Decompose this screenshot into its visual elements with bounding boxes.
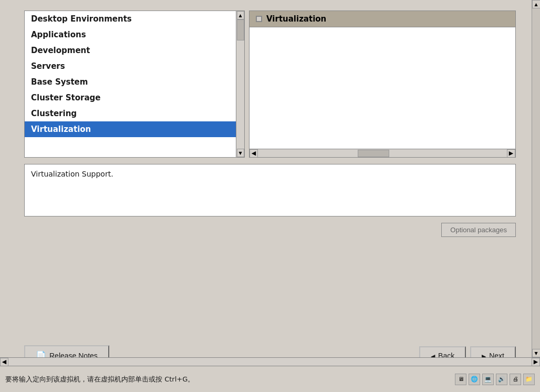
list-item-base-system[interactable]: Base System xyxy=(25,74,244,90)
list-item-clustering[interactable]: Clustering xyxy=(25,106,244,121)
left-scroll-up[interactable] xyxy=(237,11,244,19)
description-box: Virtualization Support. xyxy=(24,164,516,216)
right-panel-hscrollbar[interactable] xyxy=(250,149,515,157)
status-icon-1: 🖥 xyxy=(455,374,466,385)
left-scroll-down[interactable] xyxy=(237,149,244,157)
left-scroll-thumb[interactable] xyxy=(237,19,244,40)
left-panel-scrollbar[interactable] xyxy=(236,11,244,157)
optional-packages-row: Optional packages xyxy=(24,223,516,237)
window-chrome: Desktop Environments Applications Develo… xyxy=(0,0,540,392)
bottom-hscroll-right[interactable] xyxy=(532,358,540,366)
status-icon-2: 🌐 xyxy=(469,374,480,385)
right-hscroll-thumb[interactable] xyxy=(358,150,389,157)
list-item-desktop-environments[interactable]: Desktop Environments xyxy=(25,11,244,27)
right-panel: Virtualization xyxy=(249,11,516,158)
main-content: Desktop Environments Applications Develo… xyxy=(8,0,532,392)
right-panel-title: Virtualization xyxy=(266,14,326,24)
bottom-hscroll-left[interactable] xyxy=(0,358,8,366)
status-icons: 🖥 🌐 💻 🔊 🖨 📁 xyxy=(455,374,535,385)
list-item-development[interactable]: Development xyxy=(25,43,244,58)
list-item-cluster-storage[interactable]: Cluster Storage xyxy=(25,90,244,106)
status-icon-5: 🖨 xyxy=(510,374,521,385)
right-hscroll-left[interactable] xyxy=(250,149,258,158)
list-item-applications[interactable]: Applications xyxy=(25,27,244,43)
status-bar: 要将输入定向到该虚拟机，请在虚拟机内部单击或按 Ctrl+G。 🖥 🌐 💻 🔊 … xyxy=(0,366,540,392)
bottom-hscrollbar[interactable] xyxy=(0,357,540,366)
optional-packages-button[interactable]: Optional packages xyxy=(441,223,516,237)
virtualization-checkbox[interactable] xyxy=(256,16,262,22)
description-text: Virtualization Support. xyxy=(31,170,113,178)
left-panel: Desktop Environments Applications Develo… xyxy=(24,11,245,158)
right-panel-content xyxy=(250,27,515,149)
status-text: 要将输入定向到该虚拟机，请在虚拟机内部单击或按 Ctrl+G。 xyxy=(5,375,194,384)
window-scrollbar-right[interactable] xyxy=(532,0,540,357)
right-hscroll-right[interactable] xyxy=(507,149,515,158)
left-scroll-track[interactable] xyxy=(237,19,244,149)
bottom-hscroll-track[interactable] xyxy=(8,358,532,366)
panels-container: Desktop Environments Applications Develo… xyxy=(24,11,516,158)
list-item-virtualization[interactable]: Virtualization xyxy=(25,121,244,137)
status-icon-3: 💻 xyxy=(482,374,494,385)
right-hscroll-track[interactable] xyxy=(258,149,507,158)
status-icon-4: 🔊 xyxy=(496,374,507,385)
category-list: Desktop Environments Applications Develo… xyxy=(25,11,244,157)
status-icon-6: 📁 xyxy=(523,374,535,385)
right-panel-header: Virtualization xyxy=(250,11,515,27)
scroll-up-arrow[interactable] xyxy=(532,0,541,8)
list-item-servers[interactable]: Servers xyxy=(25,58,244,74)
scroll-down-arrow[interactable] xyxy=(532,349,541,357)
